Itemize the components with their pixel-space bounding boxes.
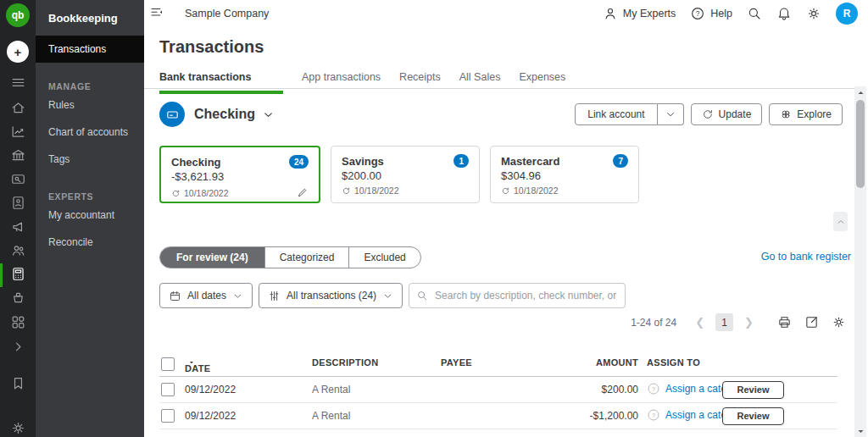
edit-pencil-icon[interactable]	[297, 186, 309, 200]
tab-receipts[interactable]: Receipts	[399, 71, 441, 94]
sidebar-item-transactions[interactable]: Transactions	[36, 36, 144, 63]
rail-settings-gear-icon[interactable]	[0, 420, 36, 436]
vertical-scrollbar[interactable]	[854, 86, 866, 437]
refresh-icon	[501, 186, 510, 196]
account-chevron-down-icon[interactable]	[262, 108, 275, 121]
explore-knot-icon	[780, 108, 792, 120]
refresh-icon	[171, 189, 181, 198]
sidebar-item-reconcile[interactable]: Reconcile	[36, 229, 144, 256]
person-icon	[603, 6, 618, 21]
row-checkbox[interactable]	[161, 409, 175, 423]
chevron-down-icon	[665, 108, 676, 120]
tab-all-sales[interactable]: All Sales	[459, 71, 501, 94]
sidebar-item-tags[interactable]: Tags	[36, 146, 144, 173]
table-settings-gear-icon[interactable]	[832, 315, 846, 329]
notifications-bell-icon[interactable]	[776, 6, 792, 21]
quickbooks-logo[interactable]: qb	[6, 3, 30, 27]
new-plus-button[interactable]: +	[7, 41, 29, 63]
commerce-basket-icon[interactable]	[0, 290, 36, 306]
scrollbar-down-arrow-icon[interactable]	[854, 425, 866, 437]
segment-for-review[interactable]: For review (24)	[160, 247, 264, 268]
review-button[interactable]: Review	[722, 381, 784, 399]
table-row[interactable]: 09/12/2022 A Rental $200.00 ? Assign a c…	[159, 377, 837, 403]
table-row[interactable]: 09/12/2022 A Rental -$1,200.00 ? Assign …	[159, 403, 837, 429]
select-all-checkbox[interactable]	[161, 357, 175, 371]
calendar-icon	[169, 290, 181, 302]
sidebar: Bookkeeping Transactions MANAGE Rules Ch…	[36, 0, 144, 437]
my-experts-button[interactable]: My Experts	[603, 6, 676, 21]
account-card-checking[interactable]: Checking 24 -$3,621.93 10/18/2022	[159, 146, 320, 203]
card-balance: $200.00	[342, 169, 469, 182]
chevron-down-icon	[232, 290, 243, 301]
transaction-type-filter-button[interactable]: All transactions (24)	[259, 283, 403, 308]
account-header-row: Checking Link account Update Explore	[159, 101, 843, 128]
search-icon[interactable]	[747, 6, 762, 21]
scroll-up-button[interactable]	[833, 212, 848, 231]
card-updated-date: 10/18/2022	[354, 185, 399, 196]
avatar[interactable]: R	[836, 3, 858, 25]
link-account-button[interactable]: Link account	[575, 103, 657, 125]
cell-amount: $200.00	[602, 384, 638, 396]
sidebar-item-my-accountant[interactable]: My accountant	[36, 202, 144, 229]
account-cards: Checking 24 -$3,621.93 10/18/2022 Saving…	[159, 146, 639, 203]
sidebar-item-chart-of-accounts[interactable]: Chart of accounts	[36, 119, 144, 146]
explore-button[interactable]: Explore	[769, 103, 843, 125]
pagination-prev-icon[interactable]: ❮	[695, 316, 704, 329]
header-date[interactable]: DATE	[185, 357, 196, 368]
account-card-mastercard[interactable]: Mastercard 7 $304.96 10/18/2022	[490, 146, 639, 203]
export-icon[interactable]	[804, 315, 819, 329]
sliders-filter-icon	[268, 290, 281, 302]
link-account-dropdown-button[interactable]	[658, 103, 684, 125]
assign-category-link[interactable]: Assign a cate	[665, 409, 726, 421]
sales-megaphone-icon[interactable]	[0, 218, 36, 235]
scrollbar-up-arrow-icon[interactable]	[854, 86, 866, 98]
menu-icon[interactable]	[0, 75, 36, 91]
card-balance: $304.96	[501, 169, 628, 182]
date-filter-button[interactable]: All dates	[159, 283, 253, 308]
expand-chevron-right-icon[interactable]	[0, 339, 36, 355]
category-help-icon[interactable]: ?	[647, 408, 660, 422]
invoicing-icon[interactable]	[0, 171, 36, 187]
cell-date: 09/12/2022	[185, 410, 236, 422]
link-account-split-button: Link account	[575, 103, 683, 125]
banking-icon[interactable]	[0, 147, 36, 163]
category-help-icon[interactable]: ?	[647, 382, 660, 396]
page-title: Transactions	[159, 37, 264, 57]
go-to-bank-register-link[interactable]: Go to bank register	[761, 251, 851, 263]
sidebar-collapse-icon[interactable]	[149, 5, 164, 20]
apps-grid-icon[interactable]	[0, 314, 36, 330]
home-icon[interactable]	[0, 100, 36, 116]
customers-people-icon[interactable]	[0, 242, 36, 258]
tab-app-transactions[interactable]: App transactions	[302, 71, 381, 94]
segment-categorized[interactable]: Categorized	[264, 247, 349, 268]
review-button[interactable]: Review	[722, 407, 784, 425]
pagination: 1-24 of 24 ❮ 1 ❯	[631, 313, 846, 331]
sidebar-title: Bookkeeping	[36, 0, 144, 25]
bookkeeping-calculator-icon[interactable]	[0, 266, 36, 282]
employees-badge-icon[interactable]	[0, 195, 36, 211]
row-checkbox[interactable]	[161, 383, 175, 396]
help-question-icon: ?	[690, 6, 705, 21]
bookmark-icon[interactable]	[0, 375, 36, 391]
print-icon[interactable]	[777, 315, 792, 329]
account-card-savings[interactable]: Savings 1 $200.00 10/18/2022	[331, 146, 480, 203]
account-selector[interactable]: Checking	[194, 107, 255, 122]
reports-chart-icon[interactable]	[0, 124, 36, 140]
pagination-page-1[interactable]: 1	[715, 313, 733, 331]
svg-text:?: ?	[652, 385, 655, 393]
tab-expenses[interactable]: Expenses	[519, 71, 565, 94]
sidebar-item-rules[interactable]: Rules	[36, 91, 144, 119]
review-status-tabs: For review (24) Categorized Excluded	[159, 246, 421, 268]
scrollbar-thumb[interactable]	[856, 100, 865, 188]
pagination-next-icon[interactable]: ❯	[744, 316, 754, 329]
header-payee: PAYEE	[441, 357, 472, 368]
segment-excluded[interactable]: Excluded	[348, 247, 420, 268]
help-button[interactable]: ? Help	[690, 6, 732, 21]
tab-bank-transactions[interactable]: Bank transactions	[159, 71, 283, 94]
transaction-search-input[interactable]	[409, 283, 626, 308]
svg-text:?: ?	[652, 412, 655, 419]
update-button[interactable]: Update	[691, 103, 763, 125]
assign-category-link[interactable]: Assign a cate	[665, 383, 726, 395]
settings-gear-icon[interactable]	[806, 6, 821, 21]
pagination-range: 1-24 of 24	[631, 317, 676, 329]
